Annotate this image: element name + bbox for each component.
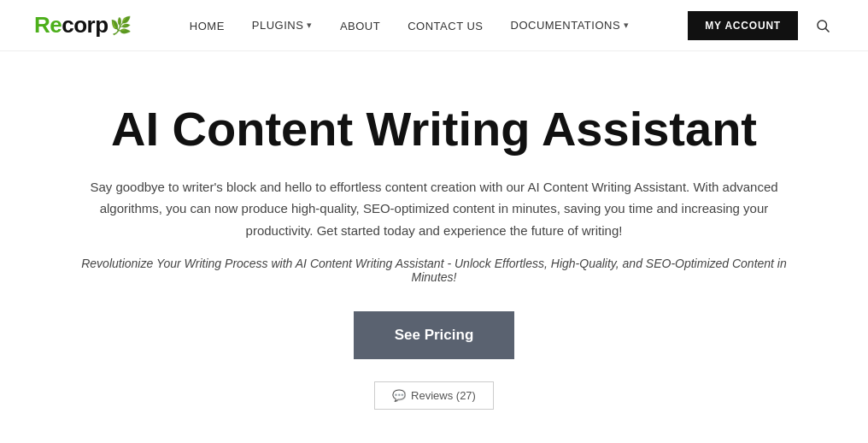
- search-button[interactable]: [812, 15, 834, 37]
- reviews-label: Reviews (27): [411, 389, 476, 402]
- hero-section: AI Content Writing Assistant Say goodbye…: [0, 51, 868, 443]
- search-icon: [815, 18, 830, 33]
- nav-link-contact[interactable]: CONTACT US: [408, 20, 483, 32]
- cta-group: See Pricing 💬 Reviews (27): [68, 311, 800, 410]
- nav-item-contact[interactable]: CONTACT US: [408, 18, 483, 33]
- hero-tagline: Revolutionize Your Writing Process with …: [68, 257, 800, 284]
- logo-corp: corp: [62, 12, 108, 38]
- nav-item-plugins[interactable]: PLUGINS: [252, 19, 313, 32]
- comment-icon: 💬: [392, 389, 406, 402]
- nav-links: HOME PLUGINS ABOUT CONTACT US DOCUMENTAT…: [190, 18, 630, 33]
- hero-description: Say goodbye to writer's block and hello …: [68, 176, 800, 242]
- reviews-button[interactable]: 💬 Reviews (27): [374, 381, 494, 410]
- nav-right: MY ACCOUNT: [688, 11, 834, 40]
- nav-item-about[interactable]: ABOUT: [340, 18, 380, 33]
- logo-re: Re: [34, 12, 62, 38]
- logo[interactable]: Recorp🌿: [34, 12, 131, 38]
- see-pricing-button[interactable]: See Pricing: [354, 311, 515, 359]
- nav-item-home[interactable]: HOME: [190, 18, 225, 33]
- nav-item-docs[interactable]: DOCUMENTATIONS: [511, 19, 630, 32]
- logo-leaf-icon: 🌿: [110, 15, 132, 36]
- my-account-button[interactable]: MY ACCOUNT: [688, 11, 798, 40]
- hero-title: AI Content Writing Assistant: [68, 103, 800, 156]
- nav-link-home[interactable]: HOME: [190, 20, 225, 32]
- navbar: Recorp🌿 HOME PLUGINS ABOUT CONTACT US DO…: [0, 0, 868, 51]
- nav-link-plugins[interactable]: PLUGINS: [252, 19, 313, 32]
- nav-link-docs[interactable]: DOCUMENTATIONS: [511, 19, 630, 32]
- nav-link-about[interactable]: ABOUT: [340, 20, 380, 32]
- svg-point-0: [818, 21, 827, 30]
- svg-line-1: [825, 28, 829, 32]
